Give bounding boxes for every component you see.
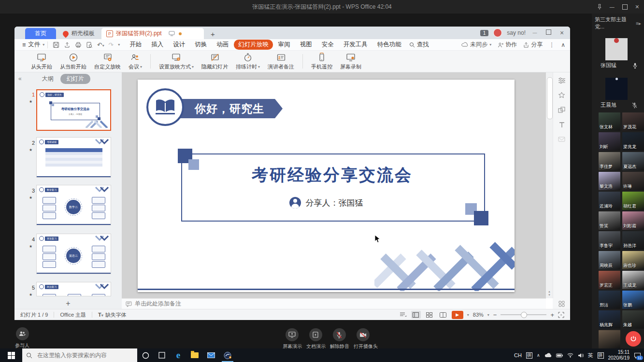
- thumbnail-grid-toggle[interactable]: [553, 298, 570, 309]
- collapse-ribbon-icon[interactable]: ∧: [561, 42, 565, 48]
- tab-home[interactable]: 首页: [25, 28, 56, 39]
- participant-tile[interactable]: 朱越: [622, 310, 644, 329]
- control-文档演示[interactable]: 文档演示: [306, 328, 325, 350]
- scrollbar-arrows[interactable]: ▴▾: [547, 290, 552, 296]
- participant-list-toggle-icon[interactable]: ≡▸: [636, 21, 641, 26]
- current-slide[interactable]: 你好，研究生 考研经验分享交流会 分享人：张国猛: [138, 80, 515, 292]
- participant-tile[interactable]: 胡红君: [622, 192, 644, 210]
- share-button[interactable]: 分享: [523, 41, 543, 49]
- task-view-icon[interactable]: [154, 348, 170, 362]
- wifi-icon[interactable]: [567, 353, 573, 358]
- normal-view-button[interactable]: [411, 311, 421, 319]
- ribbon-会议[interactable]: 会议▾: [125, 51, 146, 71]
- participant-tile[interactable]: 梁兆龙: [622, 132, 644, 151]
- tab-document[interactable]: P 张国猛答辩(2).ppt: [101, 28, 204, 39]
- participant-tile[interactable]: 罗宏正: [599, 271, 620, 289]
- menu-特色功能[interactable]: 特色功能: [373, 40, 406, 50]
- participant-tile[interactable]: 周映辰: [599, 251, 620, 269]
- zoom-level[interactable]: 83%: [473, 312, 484, 318]
- reading-view-button[interactable]: [438, 311, 448, 319]
- control-打开摄像头[interactable]: 打开摄像头: [354, 328, 372, 350]
- scrollbar-thumb[interactable]: [547, 77, 553, 119]
- file-explorer-icon[interactable]: [186, 348, 203, 362]
- notes-toggle-icon[interactable]: [400, 312, 407, 318]
- properties-icon[interactable]: [558, 77, 566, 84]
- participant-tile[interactable]: 管笑: [599, 211, 620, 230]
- menu-审阅[interactable]: 审阅: [274, 40, 295, 50]
- taskbar-search[interactable]: [22, 348, 137, 362]
- participant-tile[interactable]: 夏远杰: [622, 152, 644, 170]
- slide-sorter-view-button[interactable]: [425, 311, 434, 319]
- slide-thumbnail-4[interactable]: 英语复习 英语二: [36, 234, 111, 274]
- participant-tile[interactable]: 孙浩洋: [622, 231, 644, 250]
- onedrive-cloud-icon[interactable]: [544, 353, 552, 358]
- fit-slide-icon[interactable]: [558, 312, 564, 318]
- tab-outline[interactable]: 大纲: [42, 75, 54, 83]
- participant-tile[interactable]: 李鲁宇: [599, 231, 620, 250]
- speaker-icon[interactable]: [578, 353, 584, 358]
- menu-开始[interactable]: 开始: [125, 40, 146, 50]
- mic-muted-icon[interactable]: [632, 102, 637, 108]
- play-options-caret[interactable]: ▾: [467, 313, 469, 317]
- find-button[interactable]: 查找: [409, 41, 429, 49]
- participant-tile[interactable]: 邢洁: [599, 291, 620, 309]
- add-slide-button[interactable]: +: [14, 298, 122, 309]
- edge-browser-icon[interactable]: e: [170, 348, 186, 362]
- notes-bar[interactable]: 单击此处添加备注: [122, 298, 546, 309]
- effects-icon[interactable]: [558, 92, 565, 99]
- slide-canvas[interactable]: 你好，研究生 考研经验分享交流会 分享人：张国猛: [122, 72, 546, 298]
- print-icon[interactable]: [75, 42, 82, 48]
- participant-tile[interactable]: [599, 330, 620, 348]
- zoom-slider-knob[interactable]: [521, 312, 527, 318]
- participant-tile[interactable]: 罗茂花: [622, 112, 644, 131]
- menu-视图[interactable]: 视图: [296, 40, 316, 50]
- print-preview-icon[interactable]: [86, 42, 93, 48]
- quick-access-more-icon[interactable]: ▾: [118, 42, 120, 47]
- mail-app-icon[interactable]: [203, 348, 219, 362]
- more-menu-icon[interactable]: ⋮: [549, 42, 555, 48]
- wps-close-button[interactable]: ×: [558, 29, 566, 37]
- slide-title[interactable]: 考研经验分享交流会: [181, 164, 483, 186]
- participant-tile[interactable]: 迟浦玲: [599, 192, 620, 210]
- wps-minimize-button[interactable]: —: [530, 30, 539, 35]
- start-button[interactable]: [0, 348, 22, 362]
- ime-pinyin-icon[interactable]: 拼: [598, 352, 604, 359]
- action-center-icon[interactable]: 11: [634, 352, 641, 359]
- close-window-button[interactable]: ×: [635, 3, 639, 11]
- ribbon-排练计时[interactable]: 排练计时▾: [232, 51, 264, 71]
- control-屏幕演示[interactable]: 屏幕演示: [283, 328, 301, 350]
- message-count-badge[interactable]: 1: [480, 30, 489, 36]
- tab-slides[interactable]: 幻灯片: [60, 74, 90, 84]
- participant-tile[interactable]: 张文林: [599, 112, 620, 131]
- tab-template[interactable]: 稻壳模板: [56, 28, 101, 39]
- taskbar-clock[interactable]: 15:11 2020/6/19: [608, 349, 630, 361]
- zoom-caret[interactable]: ▾: [487, 313, 489, 317]
- menu-动画[interactable]: 动画: [212, 40, 233, 50]
- zoom-out-button[interactable]: −: [493, 311, 497, 319]
- participant-tile[interactable]: 许琳: [622, 172, 644, 190]
- menu-设计[interactable]: 设计: [169, 40, 189, 50]
- ime-mode-indicator[interactable]: CH: [514, 352, 522, 358]
- zoom-slider[interactable]: [501, 314, 546, 315]
- ribbon-设置放映方式[interactable]: 设置放映方式▾: [155, 51, 198, 71]
- sync-status-button[interactable]: 未同步▾: [461, 41, 491, 49]
- new-tab-button[interactable]: +: [211, 30, 215, 39]
- participant-tile[interactable]: 刘彩霞: [622, 211, 644, 230]
- ribbon-屏幕录制[interactable]: 屏幕录制: [336, 51, 365, 71]
- ime-language-indicator[interactable]: 英: [588, 352, 593, 359]
- collaborate-button[interactable]: 协作: [498, 41, 517, 49]
- participant-tile[interactable]: 张鹏: [622, 291, 644, 309]
- pin-icon[interactable]: [597, 4, 602, 10]
- mail-tool-icon[interactable]: [558, 136, 565, 142]
- participants-button[interactable]: 参与人: [8, 327, 37, 349]
- ribbon-自定义放映[interactable]: 自定义放映: [90, 51, 125, 71]
- featured-participant[interactable]: 王晨旭: [592, 78, 644, 109]
- ribbon-手机遥控[interactable]: 手机遥控: [307, 51, 336, 71]
- ribbon-从头开始[interactable]: 从头开始: [27, 51, 56, 71]
- participant-tile[interactable]: 王成龙: [622, 271, 644, 289]
- participant-tile[interactable]: 黎文浩: [599, 172, 620, 190]
- collapse-panel-icon[interactable]: «: [18, 75, 22, 82]
- account-name[interactable]: say no!: [507, 29, 526, 36]
- participant-tile[interactable]: 唐也珍: [622, 251, 644, 269]
- mic-on-icon[interactable]: [633, 63, 637, 69]
